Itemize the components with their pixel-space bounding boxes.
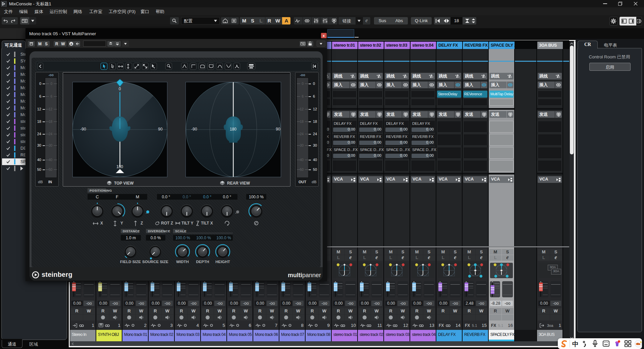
svg-text:a: a bbox=[70, 42, 72, 46]
